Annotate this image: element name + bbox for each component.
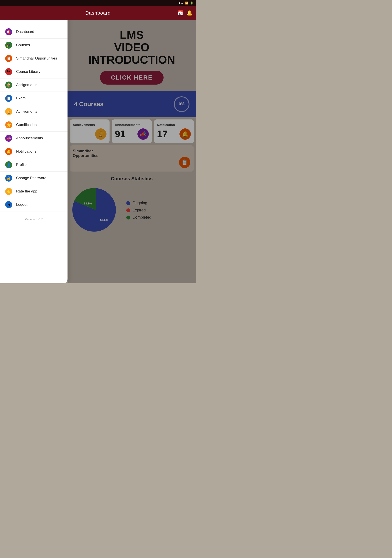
sidebar-item-notifications[interactable]: 🔔Notifications (0, 145, 68, 158)
header-title: Dashboard (85, 10, 111, 16)
sidebar-item-course-library[interactable]: 🏛Course Library (0, 65, 68, 78)
nav-label-5: Exam (16, 96, 26, 100)
nav-label-8: Announcements (16, 136, 43, 140)
nav-label-10: Profile (16, 163, 26, 167)
nav-icon-1: 🎓 (5, 42, 12, 49)
sidebar: 🎓 Simandhar Education Changing Lives for… (0, 0, 68, 283)
nav-icon-2: 📋 (5, 55, 12, 62)
sidebar-item-achivements[interactable]: 🏆Achivements (0, 105, 68, 118)
nav-label-0: Dashboard (16, 30, 34, 34)
nav-icon-7: ⭐ (5, 122, 12, 128)
sidebar-item-logout[interactable]: ➡Logout (0, 198, 68, 211)
nav-icon-6: 🏆 (5, 108, 12, 115)
nav-icon-5: 📋 (5, 95, 12, 102)
nav-label-11: Change Password (16, 176, 46, 180)
nav-label-1: Courses (16, 43, 30, 47)
sidebar-item-change-password[interactable]: 🔒Change Password (0, 172, 68, 185)
nav-icon-4: 📦 (5, 81, 12, 88)
nav-icon-8: 📣 (5, 135, 12, 142)
sidebar-item-dashboard[interactable]: 🎯Dashboard (0, 25, 68, 39)
sidebar-item-courses[interactable]: 🎓Courses (0, 39, 68, 52)
nav-icon-3: 🏛 (5, 68, 12, 75)
sidebar-item-gamification[interactable]: ⭐Gamification (0, 118, 68, 132)
nav-label-13: Logout (16, 202, 27, 207)
nav-label-3: Course Library (16, 70, 41, 74)
notification-bell-icon[interactable]: 🔔 (187, 10, 193, 16)
nav-label-2: Simandhar Opportunities (16, 56, 57, 61)
version-label: Version 4.6.7 (0, 213, 68, 225)
wifi-icon: ▼▲ (178, 1, 183, 5)
nav-label-9: Notifications (16, 149, 36, 154)
sidebar-item-announcements[interactable]: 📣Announcements (0, 132, 68, 145)
header-icons: 📅 🔔 (177, 10, 193, 16)
nav-icon-13: ➡ (5, 201, 12, 208)
nav-icon-9: 🔔 (5, 148, 12, 155)
nav-label-7: Gamification (16, 123, 37, 127)
sidebar-item-assignments[interactable]: 📦Assignments (0, 78, 68, 92)
nav-label-12: Rate the app (16, 189, 37, 193)
nav-label-6: Achivements (16, 109, 37, 114)
signal-icon: 📶 (185, 1, 188, 5)
nav-icon-10: 👤 (5, 161, 12, 168)
sidebar-overlay[interactable] (68, 0, 196, 283)
nav-icon-0: 🎯 (5, 28, 12, 35)
sidebar-item-rate-the-app[interactable]: ⭐Rate the app (0, 185, 68, 198)
top-header: Dashboard 📅 🔔 (0, 6, 196, 20)
sidebar-nav: 🎯Dashboard🎓Courses📋Simandhar Opportuniti… (0, 24, 68, 213)
battery-icon: 🔋 (190, 1, 193, 5)
status-bar: ▼▲ 📶 🔋 (0, 0, 196, 6)
nav-icon-12: ⭐ (5, 188, 12, 195)
nav-label-4: Assignments (16, 83, 37, 87)
sidebar-item-exam[interactable]: 📋Exam (0, 92, 68, 105)
sidebar-item-profile[interactable]: 👤Profile (0, 158, 68, 172)
sidebar-item-simandhar-opportunities[interactable]: 📋Simandhar Opportunities (0, 52, 68, 65)
nav-icon-11: 🔒 (5, 174, 12, 182)
calendar-icon[interactable]: 📅 (177, 10, 183, 16)
